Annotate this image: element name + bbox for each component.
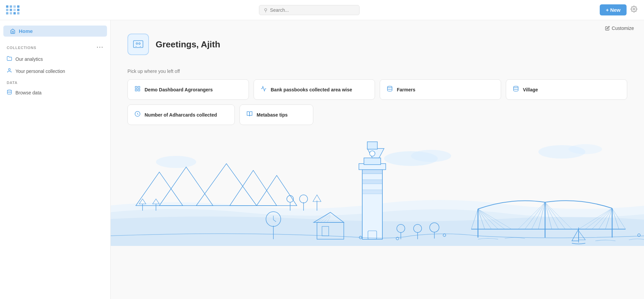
svg-rect-7 <box>138 86 140 88</box>
customize-button[interactable]: Customize <box>605 26 634 31</box>
svg-rect-8 <box>135 89 137 91</box>
sidebar-item-browse-data[interactable]: Browse data <box>0 87 110 99</box>
new-button[interactable]: + New <box>600 4 627 15</box>
layout: Home COLLECTIONS ··· Our analytics Your … <box>0 20 644 299</box>
card-village[interactable]: Village <box>506 79 627 100</box>
svg-rect-6 <box>135 86 137 88</box>
svg-point-10 <box>387 86 392 88</box>
pickup-section: Pick up where you left off Demo Dashboar… <box>127 69 627 125</box>
folder-icon <box>7 56 12 62</box>
svg-rect-9 <box>138 89 140 91</box>
main-content: Customize Greetings, Ajith Pick up where… <box>111 20 644 299</box>
collections-more-button[interactable]: ··· <box>97 44 104 51</box>
navbar-left <box>7 4 19 16</box>
book-icon <box>247 111 253 119</box>
card-label: Farmers <box>397 87 415 92</box>
card-label: Metabase tips <box>257 112 288 118</box>
card-label: Bank passbooks collected area wise <box>271 87 352 92</box>
svg-marker-20 <box>196 164 257 206</box>
svg-rect-48 <box>367 142 377 149</box>
svg-point-17 <box>156 156 196 168</box>
illustration <box>111 132 644 246</box>
card-adharcards[interactable]: Number of Adharcards collected <box>127 104 235 125</box>
collections-section-label: COLLECTIONS ··· <box>0 41 110 53</box>
card-metabase-tips[interactable]: Metabase tips <box>239 104 313 125</box>
card-farmers[interactable]: Farmers <box>380 79 501 100</box>
svg-rect-50 <box>362 180 382 184</box>
settings-button[interactable] <box>631 6 637 14</box>
main-inner: Customize Greetings, Ajith Pick up where… <box>111 20 644 125</box>
svg-point-2 <box>7 90 11 91</box>
card-label: Demo Dashboard Agrorangers <box>145 87 213 92</box>
greeting-text: Greetings, Ajith <box>156 39 220 50</box>
svg-point-0 <box>633 8 635 10</box>
search-bar[interactable]: ⚲ <box>259 5 360 15</box>
chart-icon <box>261 86 267 93</box>
sidebar-item-personal-collection[interactable]: Your personal collection <box>0 65 110 77</box>
metric-icon <box>135 111 141 119</box>
svg-point-14 <box>411 150 451 162</box>
sidebar-item-label: Our analytics <box>15 56 43 62</box>
svg-marker-22 <box>257 175 297 206</box>
table-icon <box>387 86 393 93</box>
gear-icon <box>631 6 637 12</box>
search-input[interactable] <box>270 7 351 13</box>
sidebar-item-our-analytics[interactable]: Our analytics <box>0 53 110 65</box>
svg-point-30 <box>300 195 308 203</box>
home-icon <box>10 29 15 34</box>
database-icon <box>7 89 12 96</box>
home-label: Home <box>19 28 33 34</box>
svg-marker-18 <box>136 172 183 206</box>
svg-rect-3 <box>133 41 143 48</box>
logo[interactable] <box>7 4 19 16</box>
card-label: Village <box>523 87 538 92</box>
search-icon: ⚲ <box>264 7 267 13</box>
svg-point-52 <box>370 151 375 156</box>
greeting-section: Greetings, Ajith <box>127 34 627 55</box>
card-bank-passbooks[interactable]: Bank passbooks collected area wise <box>254 79 375 100</box>
svg-rect-51 <box>362 190 382 194</box>
pickup-label: Pick up where you left off <box>127 69 627 74</box>
svg-rect-46 <box>364 158 381 165</box>
table-icon-2 <box>513 86 519 93</box>
svg-point-11 <box>514 86 518 88</box>
svg-point-1 <box>8 69 10 70</box>
recent-cards-row2: Number of Adharcards collected Metabase … <box>127 104 627 125</box>
navbar: ⚲ + New <box>0 0 644 20</box>
recent-cards-row1: Demo Dashboard Agrorangers Bank passbook… <box>127 79 627 100</box>
pencil-icon <box>605 26 610 31</box>
greeting-icon <box>127 34 149 55</box>
sidebar-item-label: Browse data <box>15 90 42 95</box>
dashboard-icon <box>135 86 141 93</box>
svg-marker-21 <box>230 170 277 206</box>
person-icon <box>7 68 12 75</box>
sidebar-item-home[interactable]: Home <box>3 26 107 37</box>
sidebar-item-label: Your personal collection <box>15 69 65 74</box>
svg-point-16 <box>569 144 602 154</box>
sidebar: Home COLLECTIONS ··· Our analytics Your … <box>0 20 111 299</box>
svg-marker-19 <box>159 167 213 206</box>
svg-rect-44 <box>362 165 382 239</box>
card-demo-dashboard[interactable]: Demo Dashboard Agrorangers <box>127 79 249 100</box>
navbar-right: + New <box>600 4 637 15</box>
logo-dots <box>6 5 20 14</box>
data-section-label: DATA <box>0 77 110 87</box>
card-label: Number of Adharcards collected <box>145 112 217 118</box>
svg-rect-49 <box>362 170 382 174</box>
